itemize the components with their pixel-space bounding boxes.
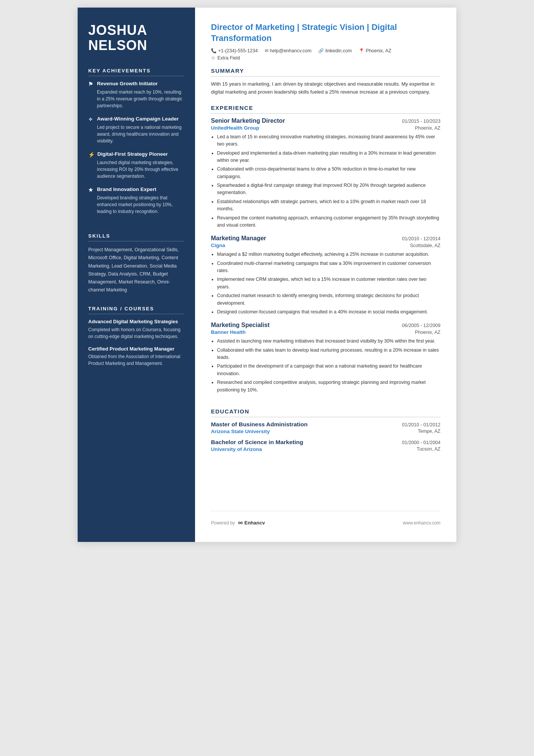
training-desc-1: Completed with honors on Coursera, focus… (88, 326, 184, 340)
achievement-desc-3: Launched digital marketing strategies, i… (88, 159, 184, 180)
footer: Powered by ∞ Enhancv www.enhancv.com (211, 511, 440, 527)
list-item: Coordinated multi-channel marketing camp… (217, 260, 440, 275)
job-1-dates: 01/2015 - 10/2023 (402, 119, 440, 124)
achievement-title-4: ★ Brand Innovation Expert (88, 186, 184, 193)
training-item-1: Advanced Digital Marketing Strategies Co… (88, 319, 184, 340)
experience-title: EXPERIENCE (211, 105, 440, 111)
achievements-section: KEY ACHIEVEMENTS ⚑ Revenue Growth Initia… (88, 68, 184, 222)
training-item-2: Certified Product Marketing Manager Obta… (88, 346, 184, 367)
edu-1-degree: Master of Business Administration (211, 421, 308, 428)
job-2-header: Marketing Manager 01/2010 - 12/2014 (211, 235, 440, 242)
edu-1: Master of Business Administration 01/201… (211, 421, 440, 434)
job-1-location: Phoenix, AZ (415, 125, 440, 131)
training-desc-2: Obtained from the Association of Interna… (88, 353, 184, 367)
skills-text: Project Management, Organizational Skill… (88, 246, 184, 294)
skills-section: SKILLS Project Management, Organizationa… (88, 233, 184, 294)
footer-left: Powered by ∞ Enhancv (211, 519, 265, 527)
job-3-location: Phoenix, AZ (415, 330, 440, 335)
skills-title: SKILLS (88, 233, 184, 241)
list-item: Conducted market research to identify em… (217, 292, 440, 307)
achievement-desc-1: Expanded market reach by 10%, resulting … (88, 89, 184, 109)
job-3-company: Banner Health (211, 329, 246, 335)
list-item: Assisted in launching new marketing init… (217, 338, 440, 345)
link-icon: 🔗 (318, 48, 324, 53)
achievement-item-4: ★ Brand Innovation Expert Developed bran… (88, 186, 184, 215)
list-item: Researched and compiled competitive anal… (217, 379, 440, 394)
contact-email: ✉ help@enhancv.com (265, 48, 312, 53)
job-1-title: Senior Marketing Director (211, 117, 285, 124)
job-3-title: Marketing Specialist (211, 322, 270, 329)
sidebar: JOSHUA NELSON KEY ACHIEVEMENTS ⚑ Revenue… (78, 8, 195, 542)
star-extra-icon: ☆ (211, 55, 215, 61)
edu-1-school: Arizona State University (211, 429, 270, 434)
achievements-title: KEY ACHIEVEMENTS (88, 68, 184, 76)
edu-2-dates: 01/2000 - 01/2004 (402, 440, 440, 445)
extra-field-text: Extra Field (217, 55, 240, 61)
job-2-location: Scottsdale, AZ (410, 243, 440, 248)
job-2-title: Marketing Manager (211, 235, 266, 242)
edu-2: Bachelor of Science in Marketing 01/2000… (211, 439, 440, 452)
footer-url: www.enhancv.com (403, 520, 440, 526)
summary-divider (211, 76, 440, 77)
list-item: Revamped the content marketing approach,… (217, 214, 440, 229)
achievement-title-3: ⚡ Digital-First Strategy Pioneer (88, 151, 184, 158)
job-3-sub: Banner Health Phoenix, AZ (211, 329, 440, 335)
job-3-header: Marketing Specialist 06/2005 - 12/2009 (211, 322, 440, 329)
job-1-company: UnitedHealth Group (211, 125, 259, 131)
training-section: TRAINING / COURSES Advanced Digital Mark… (88, 306, 184, 373)
job-1-header: Senior Marketing Director 01/2015 - 10/2… (211, 117, 440, 124)
location-icon: 📍 (359, 48, 364, 53)
achievement-item-1: ⚑ Revenue Growth Initiator Expanded mark… (88, 81, 184, 109)
star-icon: ★ (88, 187, 94, 193)
resume-header: Director of Marketing | Strategic Vision… (211, 22, 440, 67)
list-item: Designed customer-focused campaigns that… (217, 308, 440, 316)
list-item: Participated in the development of a cam… (217, 363, 440, 377)
job-2-company: Cigna (211, 243, 225, 248)
enhancv-logo-icon: ∞ (238, 519, 243, 527)
header-title: Director of Marketing | Strategic Vision… (211, 22, 440, 44)
bulb-icon: ✧ (88, 116, 94, 122)
experience-section: EXPERIENCE Senior Marketing Director 01/… (211, 105, 440, 400)
list-item: Managed a $2 million marketing budget ef… (217, 251, 440, 258)
training-title-2: Certified Product Marketing Manager (88, 346, 184, 352)
candidate-name: JOSHUA NELSON (88, 23, 184, 53)
job-3-bullets: Assisted in launching new marketing init… (211, 338, 440, 394)
list-item: Established relationships with strategic… (217, 198, 440, 213)
achievement-item-3: ⚡ Digital-First Strategy Pioneer Launche… (88, 151, 184, 180)
phone-icon: 📞 (211, 48, 217, 53)
edu-2-location: Tucson, AZ (417, 446, 440, 452)
achievement-item-2: ✧ Award-Winning Campaign Leader Led proj… (88, 116, 184, 144)
achievement-title-2: ✧ Award-Winning Campaign Leader (88, 116, 184, 122)
job-2-dates: 01/2010 - 12/2014 (402, 236, 440, 241)
edu-2-sub: University of Arizona Tucson, AZ (211, 446, 440, 452)
training-title-1: Advanced Digital Marketing Strategies (88, 319, 184, 325)
achievement-desc-4: Developed branding strategies that enhan… (88, 194, 184, 215)
job-1-bullets: Led a team of 15 in executing innovative… (211, 133, 440, 229)
achievement-desc-2: Led project to secure a national marketi… (88, 124, 184, 144)
edu-1-sub: Arizona State University Tempe, AZ (211, 429, 440, 434)
education-divider (211, 417, 440, 417)
list-item: Led a team of 15 in executing innovative… (217, 133, 440, 148)
edu-2-degree: Bachelor of Science in Marketing (211, 439, 303, 446)
edu-1-location: Tempe, AZ (418, 429, 440, 434)
job-3-dates: 06/2005 - 12/2009 (402, 323, 440, 328)
contact-linkedin: 🔗 linkedin.com (318, 48, 351, 53)
powered-by-text: Powered by (211, 520, 235, 526)
edu-2-school: University of Arizona (211, 446, 262, 452)
experience-divider (211, 113, 440, 114)
job-2-sub: Cigna Scottsdale, AZ (211, 243, 440, 248)
education-title: EDUCATION (211, 408, 440, 415)
education-section: EDUCATION Master of Business Administrat… (211, 408, 440, 457)
summary-title: SUMMARY (211, 67, 440, 74)
enhancv-logo: ∞ Enhancv (238, 519, 265, 527)
edu-1-header: Master of Business Administration 01/201… (211, 421, 440, 428)
job-1: Senior Marketing Director 01/2015 - 10/2… (211, 117, 440, 229)
summary-text: With 15 years in marketing, I am driven … (211, 80, 440, 96)
flag-icon: ⚑ (88, 81, 94, 87)
list-item: Developed and implemented a data-driven … (217, 150, 440, 164)
training-title: TRAINING / COURSES (88, 306, 184, 314)
contact-phone: 📞 +1-(234)-555-1234 (211, 48, 258, 53)
extra-field-row: ☆ Extra Field (211, 55, 440, 61)
main-content: Director of Marketing | Strategic Vision… (195, 8, 456, 542)
job-2-bullets: Managed a $2 million marketing budget ef… (211, 251, 440, 316)
